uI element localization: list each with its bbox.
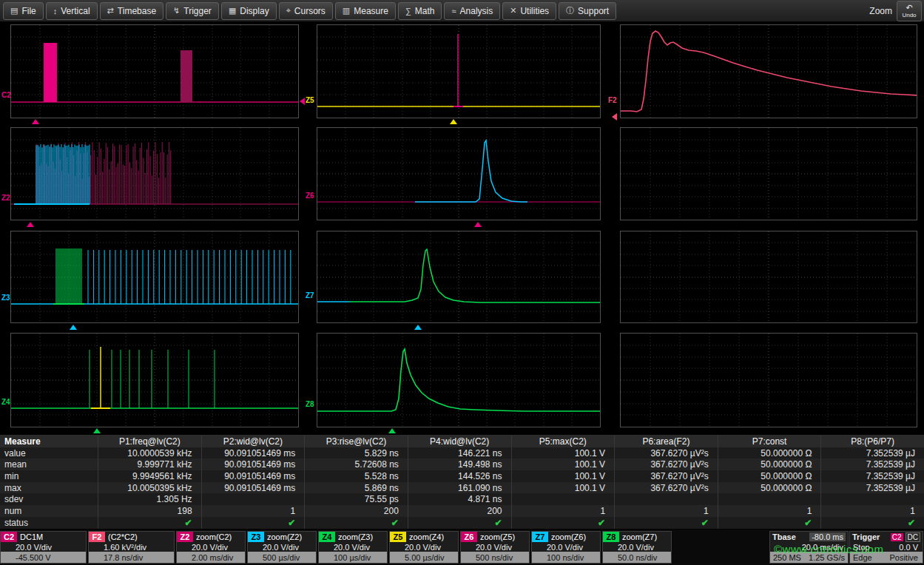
measure-header-p1[interactable]: P1:freq@lv(C2) bbox=[98, 436, 201, 447]
graticule-z4[interactable] bbox=[10, 333, 299, 427]
graticule-z7[interactable] bbox=[317, 231, 601, 323]
graticule-empty[interactable] bbox=[620, 333, 917, 427]
descriptor-vdiv: 20.0 V/div bbox=[390, 542, 458, 552]
descriptor-vdiv: 1.60 kV²/div bbox=[89, 542, 174, 552]
descriptor-vdiv: 20.0 V/div bbox=[532, 542, 600, 552]
measure-header-p2[interactable]: P2:wid@lv(C2) bbox=[201, 436, 305, 447]
measure-rowlabel-max: max bbox=[0, 482, 98, 494]
descriptor-tab-z8: Z8 bbox=[603, 532, 619, 542]
waveform-grid-area: C2Z2Z3Z4Z5Z6Z7Z8F2 bbox=[0, 0, 924, 435]
descriptor-z4[interactable]: Z4zoom(Z3)20.0 V/div100 µs/div bbox=[318, 531, 388, 564]
measure-mean-p3: 5.72608 ns bbox=[304, 459, 408, 470]
channel-label-z2: Z2 bbox=[1, 194, 10, 202]
descriptor-tdiv: 100 ns/div bbox=[532, 552, 600, 563]
descriptor-source: zoom(Z6) bbox=[548, 532, 586, 541]
measure-rowlabel-num: num bbox=[0, 505, 98, 517]
measure-min-p8: 7.352539 µJ bbox=[820, 470, 924, 482]
measure-rowlabel-status: status bbox=[0, 517, 98, 529]
descriptor-vdiv: 20.0 V/div bbox=[177, 542, 245, 552]
graticule-z5[interactable] bbox=[317, 24, 601, 118]
level-marker[interactable] bbox=[612, 113, 617, 121]
waveform-z8 bbox=[317, 334, 600, 427]
measure-mean-p5: 100.1 V bbox=[511, 459, 615, 470]
zoom-position-marker[interactable] bbox=[450, 119, 457, 124]
zoom-position-marker[interactable] bbox=[27, 222, 34, 227]
graticule-z3[interactable] bbox=[10, 231, 299, 323]
measure-header-p7[interactable]: P7:const bbox=[718, 436, 821, 447]
graticule-empty[interactable] bbox=[620, 231, 917, 323]
graticule-f2[interactable] bbox=[620, 24, 917, 118]
zoom-position-marker[interactable] bbox=[93, 428, 101, 433]
measure-sdev-p7 bbox=[718, 493, 821, 505]
channel-label-z8: Z8 bbox=[306, 400, 314, 408]
measure-sdev-p4: 4.871 ns bbox=[408, 493, 511, 505]
measure-num-p5: 1 bbox=[511, 505, 615, 517]
measure-header-p6[interactable]: P6:area(F2) bbox=[614, 436, 718, 447]
descriptor-z5[interactable]: Z5zoom(Z4)20.0 V/div5.00 µs/div bbox=[389, 531, 459, 564]
measure-num-p7: 1 bbox=[718, 505, 821, 517]
measure-max-p6: 367.6270 µV²s bbox=[614, 482, 718, 494]
descriptor-z2[interactable]: Z2zoom(C2)20.0 V/div2.00 ms/div bbox=[176, 531, 246, 564]
channel-label-f2: F2 bbox=[608, 96, 617, 104]
descriptor-tab-z6: Z6 bbox=[461, 532, 477, 542]
descriptor-vdiv: 20.0 V/div bbox=[603, 542, 671, 552]
zoom-position-marker[interactable] bbox=[70, 325, 77, 330]
measure-value-p6: 367.6270 µV²s bbox=[614, 447, 718, 459]
measure-status-p6: ✔ bbox=[614, 517, 718, 529]
waveform-z5 bbox=[317, 25, 600, 118]
level-marker[interactable] bbox=[300, 98, 305, 105]
measure-value-p8: 7.352539 µJ bbox=[820, 447, 924, 459]
descriptor-z6[interactable]: Z6zoom(Z5)20.0 V/div500 ns/div bbox=[460, 531, 530, 564]
measure-value-p1: 10.0000539 kHz bbox=[98, 447, 201, 459]
measure-header-p8[interactable]: P8:(P6/P7) bbox=[820, 436, 924, 447]
measure-max-p4: 161.090 ns bbox=[408, 482, 511, 494]
measure-header-p4[interactable]: P4:wid@lv(C2) bbox=[408, 436, 511, 447]
measure-sdev-p6 bbox=[614, 493, 718, 505]
descriptor-tdiv: 2.00 ms/div bbox=[177, 552, 245, 563]
trigger-source-chip: C2 bbox=[891, 533, 903, 541]
descriptor-c2[interactable]: C2DC1M20.0 V/div-45.500 V bbox=[0, 531, 87, 564]
descriptor-z8[interactable]: Z8zoom(Z7)20.0 V/div50.0 ns/div bbox=[602, 531, 672, 564]
measure-status-p3: ✔ bbox=[304, 517, 408, 529]
descriptor-tab-z7: Z7 bbox=[532, 532, 548, 542]
measure-num-p2: 1 bbox=[201, 505, 305, 517]
measure-status-p1: ✔ bbox=[98, 517, 201, 529]
zoom-position-marker[interactable] bbox=[474, 222, 482, 227]
graticule-z2[interactable] bbox=[10, 127, 299, 220]
descriptor-z3[interactable]: Z3zoom(Z2)20.0 V/div500 µs/div bbox=[247, 531, 317, 564]
measure-status-p8: ✔ bbox=[820, 517, 924, 529]
zoom-position-marker[interactable] bbox=[32, 119, 39, 124]
trigger-level: 0.0 V bbox=[899, 543, 918, 552]
measure-header-p5[interactable]: P5:max(C2) bbox=[511, 436, 615, 447]
tbase-offset[interactable]: -80.0 ms bbox=[809, 532, 846, 541]
measure-sdev-p2 bbox=[201, 493, 305, 505]
zoom-position-marker[interactable] bbox=[414, 325, 422, 330]
measure-header-p3[interactable]: P3:rise@lv(C2) bbox=[304, 436, 408, 447]
empty-graticule-grid bbox=[621, 334, 917, 427]
descriptor-tab-f2: F2 bbox=[89, 532, 105, 542]
measure-mean-p1: 9.999771 kHz bbox=[98, 459, 201, 470]
graticule-z6[interactable] bbox=[317, 127, 601, 220]
descriptor-f2[interactable]: F2(C2*C2)1.60 kV²/div17.8 ns/div bbox=[88, 531, 175, 564]
descriptor-z7[interactable]: Z7zoom(Z6)20.0 V/div100 ns/div bbox=[531, 531, 601, 564]
measure-value-p4: 146.221 ns bbox=[408, 447, 511, 459]
graticule-z8[interactable] bbox=[317, 333, 601, 427]
measure-num-p6: 1 bbox=[614, 505, 718, 517]
measure-num-p1: 198 bbox=[98, 505, 201, 517]
waveform-z6 bbox=[317, 128, 600, 220]
graticule-empty[interactable] bbox=[620, 127, 917, 220]
graticule-c2[interactable] bbox=[10, 24, 299, 118]
measure-mean-p7: 50.000000 Ω bbox=[718, 459, 821, 470]
channel-label-z6: Z6 bbox=[306, 192, 314, 200]
zoom-position-marker[interactable] bbox=[388, 428, 396, 433]
measure-min-p1: 9.9949561 kHz bbox=[98, 470, 201, 482]
waveform-z3 bbox=[11, 231, 298, 322]
measure-num-p4: 200 bbox=[408, 505, 511, 517]
descriptor-tab-z3: Z3 bbox=[248, 532, 264, 542]
descriptor-source: zoom(Z2) bbox=[264, 532, 302, 541]
measure-min-p5: 100.1 V bbox=[511, 470, 615, 482]
measure-rowlabel-value: value bbox=[0, 447, 98, 459]
trigger-slope: Positive bbox=[889, 553, 918, 562]
descriptor-tdiv: 500 µs/div bbox=[248, 552, 316, 563]
waveform-z2 bbox=[11, 128, 298, 220]
